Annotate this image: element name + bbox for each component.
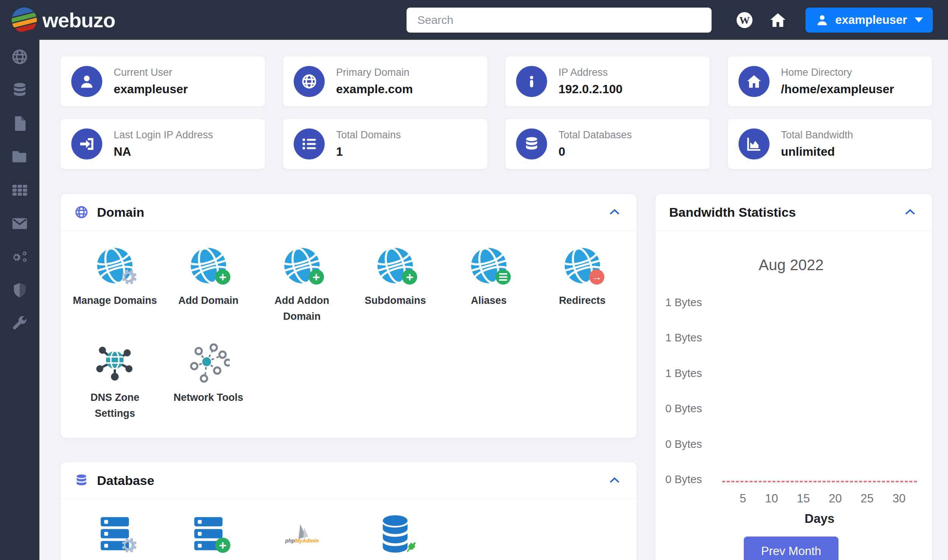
app-tile-label: Manage Domains <box>73 293 157 309</box>
globe-gear-icon <box>94 244 136 287</box>
sidebar-item-databases[interactable] <box>11 81 28 99</box>
globe-list-icon <box>468 244 510 287</box>
caret-down-icon <box>915 17 923 22</box>
prev-month-button[interactable]: Prev Month <box>744 537 839 560</box>
stat-card: Last Login IP Address NA <box>61 119 265 169</box>
chart-y-axis: 1 Bytes1 Bytes1 Bytes0 Bytes0 Bytes0 Byt… <box>665 296 722 486</box>
chevron-up-icon <box>608 206 621 219</box>
bandwidth-panel: Bandwidth Statistics Aug 2022 1 Bytes1 B… <box>655 194 932 560</box>
folder-icon <box>11 148 28 166</box>
stat-card-label: Primary Domain <box>336 67 413 78</box>
bandwidth-collapse-button[interactable] <box>902 204 918 221</box>
domain-collapse-button[interactable] <box>606 204 623 221</box>
sidebar-item-tools[interactable] <box>11 315 28 332</box>
app-tile-subdomains[interactable]: + Subdomains <box>349 244 442 325</box>
stat-card-label: IP Address <box>558 67 623 78</box>
app-tile-aliases[interactable]: Aliases <box>442 244 536 325</box>
zero-value-line <box>722 481 917 482</box>
database-panel: Database Manage Databases + Add Database… <box>61 462 637 560</box>
stat-card-value: /home/exampleuser <box>781 82 894 96</box>
main-content: Current User exampleuser Primary Domain … <box>39 40 948 560</box>
stat-card: IP Address 192.0.2.100 <box>505 56 710 106</box>
sidebar-item-domains[interactable] <box>11 48 28 66</box>
globe-icon <box>74 205 89 219</box>
topbar: webuzo exampleuser <box>0 0 948 40</box>
app-tile-phpmyadmin[interactable]: phpMyAdmin <box>255 513 349 560</box>
server-plus-icon: + <box>187 513 230 555</box>
app-tile-label: Network Tools <box>174 390 243 406</box>
y-tick-label: 0 Bytes <box>665 473 722 486</box>
stat-card-label: Total Domains <box>336 129 401 141</box>
sidebar-item-email[interactable] <box>11 215 28 232</box>
plug-badge-icon <box>404 540 419 555</box>
user-icon <box>78 73 95 90</box>
app-tile-remote-mysql-access[interactable]: Remote Mysql Access <box>349 513 442 560</box>
search-input[interactable] <box>407 8 712 33</box>
app-tile-network-tools[interactable]: Network Tools <box>162 341 255 422</box>
gear-badge-icon <box>118 266 139 288</box>
sidebar-item-settings[interactable] <box>11 248 28 266</box>
arrow-badge-icon: → <box>589 269 604 285</box>
sidebar-item-files[interactable] <box>11 115 28 132</box>
app-tile-redirects[interactable]: → Redirects <box>535 244 629 325</box>
sidebar-item-apps[interactable] <box>11 181 28 199</box>
app-tile-add-domain[interactable]: + Add Domain <box>162 244 255 325</box>
stat-card: Primary Domain example.com <box>283 56 487 106</box>
globe-icon <box>301 73 318 90</box>
wrench-icon <box>11 315 28 332</box>
app-tile-label: Subdomains <box>364 293 426 309</box>
chart-x-label: Days <box>722 512 917 526</box>
stat-card-value: NA <box>114 145 213 159</box>
x-tick-label: 15 <box>797 492 810 505</box>
globe-plus-icon: + <box>187 244 230 287</box>
app-tile-label: Aliases <box>471 293 507 309</box>
y-tick-label: 1 Bytes <box>665 296 722 309</box>
database-collapse-button[interactable] <box>606 472 623 489</box>
x-tick-label: 5 <box>740 492 746 505</box>
chart-plot-area <box>722 296 917 486</box>
app-tile-dns-zone-settings[interactable]: DNS Zone Settings <box>68 341 162 422</box>
shield-icon <box>11 282 28 299</box>
list-badge-icon <box>496 269 511 285</box>
app-tile-manage-domains[interactable]: Manage Domains <box>68 244 162 325</box>
area-chart-icon <box>746 136 762 152</box>
network-nodes-icon <box>187 341 230 384</box>
globe-plus-icon: + <box>281 244 323 287</box>
phpmyadmin-icon <box>281 513 323 555</box>
y-tick-label: 0 Bytes <box>665 438 722 451</box>
server-gear-icon <box>94 513 136 555</box>
brand-name: webuzo <box>42 8 115 32</box>
app-tile-add-database[interactable]: + Add Database <box>162 513 255 560</box>
home-icon[interactable] <box>768 11 787 30</box>
x-tick-label: 30 <box>892 492 905 505</box>
wordpress-icon[interactable] <box>735 11 754 30</box>
globe-icon <box>11 48 28 66</box>
sidebar-item-folders[interactable] <box>11 148 28 166</box>
app-tile-manage-databases[interactable]: Manage Databases <box>68 513 162 560</box>
sidebar-item-security[interactable] <box>11 282 28 299</box>
app-tile-label: Add Domain <box>178 293 238 309</box>
sidebar <box>0 40 39 560</box>
plus-badge-icon: + <box>215 269 230 285</box>
stat-card: Total Databases 0 <box>505 119 710 169</box>
gear-badge-icon <box>118 535 139 556</box>
user-menu-button[interactable]: exampleuser <box>806 8 933 33</box>
x-tick-label: 20 <box>829 492 842 505</box>
brand-logo[interactable]: webuzo <box>10 6 115 34</box>
stat-card-value: 1 <box>336 145 401 159</box>
app-tile-label: DNS Zone Settings <box>69 390 160 422</box>
grid-icon <box>11 181 28 199</box>
chevron-up-icon <box>608 474 621 487</box>
bandwidth-panel-title: Bandwidth Statistics <box>669 205 902 220</box>
mail-icon <box>11 215 28 232</box>
stat-card-label: Total Bandwidth <box>781 129 853 141</box>
stat-card: Total Bandwidth unlimited <box>728 119 932 169</box>
stat-card-label: Current User <box>114 67 188 78</box>
database-panel-title: Database <box>97 473 606 488</box>
stat-cards: Current User exampleuser Primary Domain … <box>61 56 932 169</box>
x-tick-label: 25 <box>860 492 873 505</box>
stat-card-value: example.com <box>336 82 413 96</box>
globe-arrow-icon: → <box>561 244 604 287</box>
stat-card-value: unlimited <box>781 145 853 159</box>
app-tile-add-addon-domain[interactable]: + Add Addon Domain <box>255 244 349 325</box>
